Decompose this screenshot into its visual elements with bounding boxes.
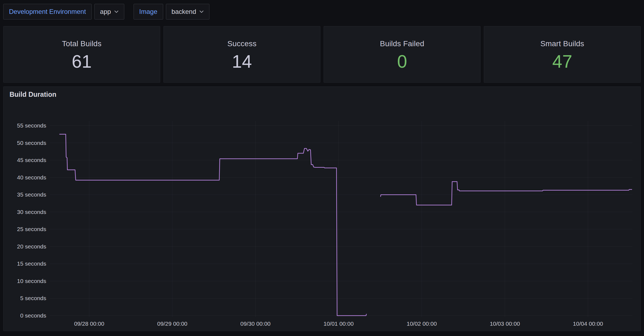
stat-title: Builds Failed <box>380 39 424 48</box>
stat-title: Smart Builds <box>540 39 584 48</box>
y-tick-label: 0 seconds <box>20 312 46 319</box>
x-tick-label: 09/28 00:00 <box>74 321 104 327</box>
chevron-down-icon <box>199 10 204 13</box>
x-tick-label: 10/03 00:00 <box>490 321 520 327</box>
y-tick-label: 25 seconds <box>17 226 46 232</box>
y-tick-label: 10 seconds <box>17 278 46 284</box>
y-tick-label: 30 seconds <box>17 209 46 215</box>
build-duration-chart[interactable]: 0 seconds5 seconds10 seconds15 seconds20… <box>4 87 640 331</box>
y-tick-label: 15 seconds <box>17 260 46 267</box>
image-variable-label-text: Image <box>139 8 157 15</box>
build-duration-panel: Build Duration 0 seconds5 seconds10 seco… <box>3 86 641 331</box>
x-tick-label: 10/01 00:00 <box>324 321 354 327</box>
stat-value: 61 <box>72 52 92 70</box>
x-tick-label: 09/30 00:00 <box>240 321 271 327</box>
y-tick-label: 45 seconds <box>17 157 46 163</box>
grafana-dashboard: Development Environment app Image backen… <box>0 0 644 336</box>
series-line-build-duration <box>59 134 366 316</box>
env-variable-label-text: Development Environment <box>9 8 86 15</box>
x-tick-label: 10/04 00:00 <box>573 321 603 327</box>
env-variable-label[interactable]: Development Environment <box>3 4 92 20</box>
env-variable-dropdown[interactable]: app <box>94 4 124 20</box>
x-tick-label: 09/29 00:00 <box>157 321 187 327</box>
series-line-build-duration <box>380 182 632 205</box>
y-tick-label: 40 seconds <box>17 174 46 181</box>
y-tick-label: 5 seconds <box>20 295 46 301</box>
image-variable-dropdown[interactable]: backend <box>166 4 210 20</box>
image-variable-label[interactable]: Image <box>134 4 163 20</box>
stat-value: 0 <box>397 52 407 70</box>
stat-title: Total Builds <box>62 39 102 48</box>
stat-panel-builds-failed: Builds Failed 0 <box>324 26 481 83</box>
chevron-down-icon <box>114 10 119 13</box>
stat-title: Success <box>227 39 256 48</box>
stat-panel-total-builds: Total Builds 61 <box>3 26 160 83</box>
env-variable-value: app <box>100 8 111 15</box>
image-variable-value: backend <box>172 8 196 15</box>
x-tick-label: 10/02 00:00 <box>407 321 437 327</box>
stat-panel-smart-builds: Smart Builds 47 <box>484 26 641 83</box>
y-tick-label: 50 seconds <box>17 140 46 146</box>
y-tick-label: 55 seconds <box>17 122 46 129</box>
variables-toolbar: Development Environment app Image backen… <box>3 4 641 20</box>
y-tick-label: 20 seconds <box>17 243 46 250</box>
stat-value: 14 <box>232 52 252 70</box>
y-tick-label: 35 seconds <box>17 191 46 198</box>
stat-panel-success: Success 14 <box>163 26 320 83</box>
stat-value: 47 <box>552 52 572 70</box>
stat-panels-row: Total Builds 61 Success 14 Builds Failed… <box>3 26 641 83</box>
